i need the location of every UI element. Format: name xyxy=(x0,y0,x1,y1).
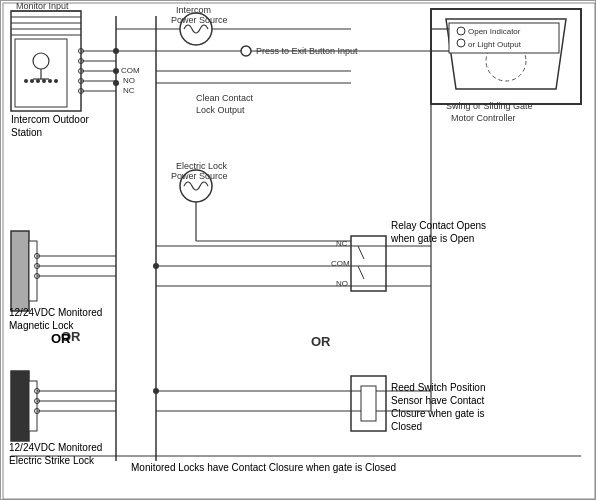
svg-point-109 xyxy=(153,388,159,394)
svg-text:OR: OR xyxy=(311,334,331,349)
intercom-outdoor-label: Intercom OutdoorStation xyxy=(11,113,89,139)
svg-text:COM: COM xyxy=(331,259,350,268)
svg-text:Electric Lock: Electric Lock xyxy=(176,161,228,171)
svg-text:Lock Output: Lock Output xyxy=(196,105,245,115)
svg-text:COM: COM xyxy=(121,66,140,75)
or1-label: OR xyxy=(51,331,71,348)
relay-contact-label: Relay Contact Openswhen gate is Open xyxy=(391,219,486,245)
svg-point-108 xyxy=(153,263,159,269)
svg-point-14 xyxy=(42,79,46,83)
svg-rect-69 xyxy=(351,236,386,291)
svg-text:Monitor Input: Monitor Input xyxy=(16,1,69,11)
svg-rect-58 xyxy=(11,371,29,441)
svg-text:NC: NC xyxy=(123,86,135,95)
svg-point-15 xyxy=(48,79,52,83)
svg-text:Intercom: Intercom xyxy=(176,5,211,15)
bottom-note: Monitored Locks have Contact Closure whe… xyxy=(131,461,396,474)
svg-rect-49 xyxy=(11,231,29,311)
svg-point-13 xyxy=(36,79,40,83)
svg-text:Motor Controller: Motor Controller xyxy=(451,113,516,123)
svg-text:Clean Contact: Clean Contact xyxy=(196,93,254,103)
svg-rect-83 xyxy=(361,386,376,421)
svg-rect-50 xyxy=(29,241,37,301)
svg-point-16 xyxy=(54,79,58,83)
diagram-container: Monitor Input Intercom Power Source Pres… xyxy=(0,0,596,500)
svg-point-107 xyxy=(113,80,119,86)
reed-switch-label: Reed Switch PositionSensor have ContactC… xyxy=(391,381,486,433)
svg-text:or Light Output: or Light Output xyxy=(468,40,522,49)
svg-text:NO: NO xyxy=(123,76,135,85)
electric-strike-label: 12/24VDC MonitoredElectric Strike Lock xyxy=(9,441,102,467)
magnetic-lock-label: 12/24VDC MonitoredMagnetic Lock xyxy=(9,306,102,332)
svg-point-105 xyxy=(113,48,119,54)
svg-text:Open Indicator: Open Indicator xyxy=(468,27,521,36)
svg-point-106 xyxy=(113,68,119,74)
svg-text:Swing or Sliding Gate: Swing or Sliding Gate xyxy=(446,101,533,111)
svg-point-12 xyxy=(30,79,34,83)
svg-text:Power Source: Power Source xyxy=(171,171,228,181)
svg-text:Power Source: Power Source xyxy=(171,15,228,25)
svg-text:NO: NO xyxy=(336,279,348,288)
svg-point-11 xyxy=(24,79,28,83)
svg-text:NC: NC xyxy=(336,239,348,248)
